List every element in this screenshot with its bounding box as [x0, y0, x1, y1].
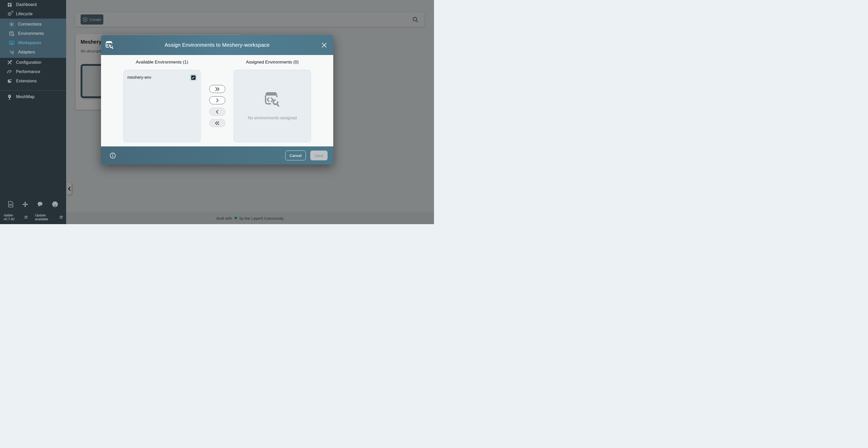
slack-icon[interactable] [22, 201, 28, 207]
extensions-icon [7, 78, 12, 84]
modal-footer: Cancel Save [101, 147, 333, 164]
sidebar-item-adapters[interactable]: Adapters [0, 47, 66, 57]
performance-icon [7, 69, 12, 75]
docs-icon[interactable] [8, 201, 14, 207]
sidebar-nav: Dashboard ⚙⚙ Lifecycle [0, 0, 66, 101]
environment-checkbox[interactable] [190, 74, 196, 81]
sidebar-item-label: Connections [18, 22, 41, 27]
available-environments-column: Available Environments (1) meshery-env [123, 55, 201, 147]
app-root: Dashboard ⚙⚙ Lifecycle [0, 0, 434, 224]
cancel-button[interactable]: Cancel [285, 151, 306, 160]
move-all-left-button[interactable] [209, 119, 225, 127]
check-icon [192, 76, 195, 79]
sidebar-item-label: Dashboard [16, 2, 37, 7]
update-available-link[interactable]: Update available [35, 213, 63, 221]
workspaces-icon [9, 40, 14, 46]
close-icon[interactable] [320, 41, 328, 49]
assigned-environments-column: Assigned Environments (0) [234, 55, 311, 147]
chevron-right-icon [214, 98, 220, 103]
sidebar: Dashboard ⚙⚙ Lifecycle [0, 0, 66, 224]
move-all-right-button[interactable] [209, 85, 225, 93]
sidebar-item-label: MeshMap [16, 95, 35, 99]
modal-header: Assign Environments to Meshery-workspace [101, 35, 333, 55]
dashboard-icon [7, 2, 12, 7]
sidebar-item-environments[interactable]: Environments [0, 29, 66, 38]
external-link-icon [60, 216, 63, 219]
configuration-icon [7, 60, 12, 65]
sidebar-item-meshmap[interactable]: MeshMap [0, 92, 66, 101]
environments-icon [9, 31, 14, 36]
double-chevron-left-icon [214, 121, 220, 126]
sidebar-item-configuration[interactable]: Configuration [0, 58, 66, 67]
assigned-environments-panel: No environments assigned [234, 70, 311, 142]
environment-icon [106, 41, 114, 50]
connections-icon [9, 22, 14, 27]
sidebar-item-extensions[interactable]: Extensions [0, 76, 66, 86]
sidebar-item-dashboard[interactable]: Dashboard [0, 0, 66, 9]
external-link-icon [25, 216, 27, 219]
save-button[interactable]: Save [310, 151, 328, 160]
sidebar-item-lifecycle[interactable]: ⚙⚙ Lifecycle [0, 9, 66, 19]
meshmap-icon [7, 94, 12, 100]
sidebar-item-label: Extensions [16, 79, 37, 84]
sidebar-lifecycle-group: Connections Environments [0, 19, 66, 58]
sidebar-footer: stable-v0.7.92 Update available [0, 201, 66, 224]
version-label: stable-v0.7.92 [4, 213, 24, 221]
sidebar-item-connections[interactable]: Connections [0, 20, 66, 29]
sidebar-item-label: Performance [16, 69, 40, 74]
sidebar-item-label: Lifecycle [16, 11, 33, 16]
adapters-icon [9, 49, 14, 55]
sidebar-divider [0, 90, 66, 91]
transfer-controls [201, 55, 234, 147]
lifecycle-icon: ⚙⚙ [7, 11, 12, 17]
sidebar-item-label: Configuration [16, 60, 41, 65]
sidebar-item-workspaces[interactable]: Workspaces [0, 38, 66, 47]
github-icon[interactable] [52, 201, 58, 207]
chevron-left-icon [214, 109, 220, 114]
sidebar-item-label: Adapters [18, 50, 35, 55]
available-environments-panel: meshery-env [123, 70, 201, 142]
sidebar-item-performance[interactable]: Performance [0, 67, 66, 76]
sidebar-item-label: Workspaces [18, 40, 41, 45]
move-selected-right-button[interactable] [209, 96, 225, 104]
move-selected-left-button[interactable] [209, 108, 225, 116]
assigned-environments-heading: Assigned Environments (0) [234, 60, 311, 65]
environment-list-item[interactable]: meshery-env [123, 70, 201, 81]
available-environments-heading: Available Environments (1) [123, 60, 201, 65]
sidebar-item-label: Environments [18, 31, 44, 36]
environment-empty-icon [265, 91, 280, 109]
modal-body: Available Environments (1) meshery-env [101, 55, 333, 147]
modal-title: Assign Environments to Meshery-workspace [101, 42, 333, 48]
info-icon[interactable] [110, 153, 116, 159]
assign-environments-modal: Assign Environments to Meshery-workspace… [101, 35, 333, 164]
version-link[interactable]: stable-v0.7.92 [4, 213, 27, 221]
chat-icon[interactable] [37, 201, 43, 207]
empty-state-message: No environments assigned [248, 116, 297, 120]
environment-name: meshery-env [127, 75, 151, 80]
update-label: Update available [35, 213, 58, 221]
double-chevron-right-icon [214, 87, 220, 91]
